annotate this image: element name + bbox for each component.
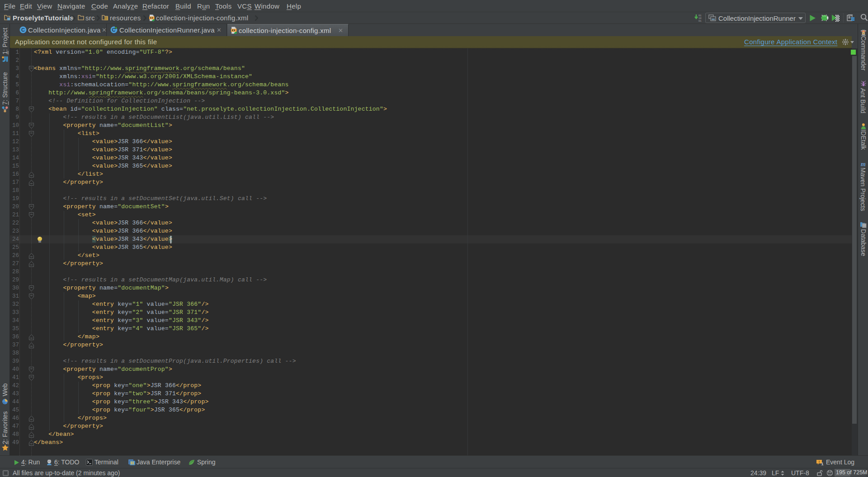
svg-text:C: C [21, 27, 25, 33]
svg-text:!: ! [819, 460, 820, 464]
svg-text:01: 01 [698, 19, 702, 22]
svg-text:1: 1 [821, 462, 823, 466]
